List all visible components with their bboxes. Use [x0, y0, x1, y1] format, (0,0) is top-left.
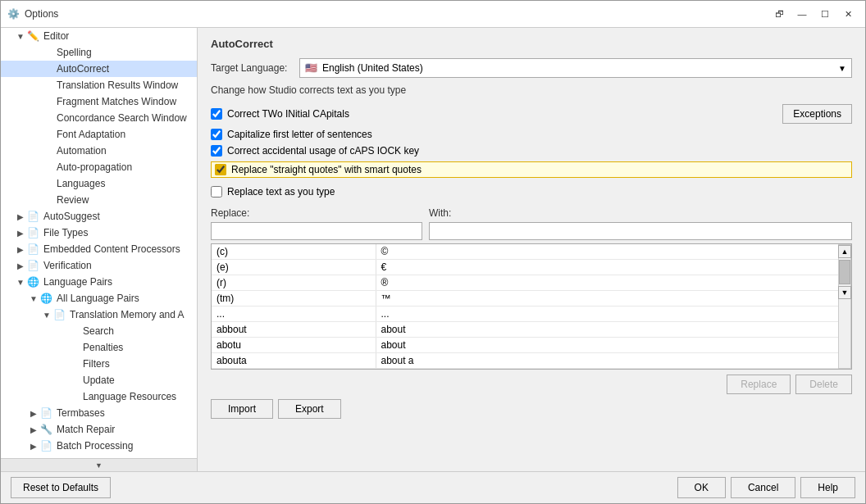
sidebar-item-penalties[interactable]: Penalties: [1, 339, 197, 356]
sidebar-item-automation[interactable]: Automation: [1, 143, 197, 159]
sidebar-item-label: Verification: [43, 260, 92, 271]
target-language-row: Target Language: 🇺🇸 English (United Stat…: [211, 58, 852, 78]
expander-icon: ▶: [14, 261, 27, 270]
batch-icon: 📄: [40, 440, 53, 452]
sidebar-scroll-down[interactable]: ▼: [1, 458, 197, 471]
sidebar-item-label: Auto-propagation: [57, 161, 132, 173]
replace-cell: abouta: [212, 353, 376, 369]
with-cell: €: [376, 260, 838, 275]
table-row[interactable]: abotuabout: [212, 338, 838, 353]
editor-icon: ✏️: [27, 30, 40, 42]
delete-button[interactable]: Delete: [795, 375, 852, 394]
table-row[interactable]: (r)®: [212, 275, 838, 291]
import-export-section: Import Export: [211, 399, 852, 419]
sidebar-item-label: Language Resources: [83, 391, 176, 402]
with-cell: about: [376, 322, 838, 338]
table-scrollbar[interactable]: ▲ ▼: [838, 244, 851, 369]
section-description: Change how Studio corrects text as you t…: [211, 84, 852, 96]
restore-button[interactable]: 🗗: [768, 6, 790, 22]
minimize-button[interactable]: —: [791, 6, 813, 22]
checkbox-row-capitalize: Capitalize first letter of sentences: [211, 129, 852, 140]
sidebar-item-termbases[interactable]: ▶ 📄 Termbases: [1, 405, 197, 421]
cancel-button[interactable]: Cancel: [731, 477, 795, 498]
sidebar-item-editor[interactable]: ▼ ✏️ Editor: [1, 28, 197, 44]
smart-quotes-checkbox[interactable]: [215, 164, 226, 175]
table-row[interactable]: ......: [212, 306, 838, 322]
sidebar-item-translation-results[interactable]: Translation Results Window: [1, 77, 197, 93]
sidebar-item-fragment-matches[interactable]: Fragment Matches Window: [1, 93, 197, 110]
target-language-dropdown[interactable]: 🇺🇸 English (United States) ▼: [299, 58, 852, 78]
sidebar-item-language-pairs[interactable]: ▼ 🌐 Language Pairs: [1, 274, 197, 290]
checkbox-row-caps-lock: Correct accidental usage of cAPS IOCK ke…: [211, 145, 852, 157]
sidebar-item-label: AutoCorrect: [57, 63, 109, 75]
help-button[interactable]: Help: [800, 477, 855, 498]
panel-title: AutoCorrect: [211, 38, 852, 50]
sidebar-item-label: Spelling: [57, 47, 92, 58]
sidebar-item-filters[interactable]: Filters: [1, 356, 197, 372]
with-input[interactable]: [429, 222, 852, 240]
replace-text-checkbox[interactable]: [211, 186, 222, 198]
sidebar-item-label: Batch Processing: [57, 440, 133, 452]
replace-table-scroll[interactable]: (c)©(e)€(r)®(tm)™......abboutaboutabotua…: [212, 244, 838, 369]
sidebar-item-languages[interactable]: Languages: [1, 175, 197, 192]
sidebar-item-batch-processing[interactable]: ▶ 📄 Batch Processing: [1, 438, 197, 454]
expander-icon: ▶: [27, 442, 40, 451]
sidebar-item-filetypes[interactable]: ▶ 📄 File Types: [1, 225, 197, 241]
sidebar-item-font[interactable]: Font Adaptation: [1, 126, 197, 143]
sidebar-item-label: Penalties: [83, 342, 123, 353]
sidebar-item-embedded[interactable]: ▶ 📄 Embedded Content Processors: [1, 241, 197, 257]
bottom-bar: Reset to Defaults OK Cancel Help: [1, 471, 865, 503]
export-button[interactable]: Export: [278, 399, 341, 419]
scroll-thumb[interactable]: [839, 260, 850, 284]
sidebar-item-autosuggest[interactable]: ▶ 📄 AutoSuggest: [1, 208, 197, 225]
expander-icon: ▼: [14, 278, 27, 287]
filetypes-icon: 📄: [27, 227, 40, 238]
sidebar-item-search[interactable]: Search: [1, 323, 197, 339]
sidebar-item-language-resources[interactable]: Language Resources: [1, 388, 197, 405]
replace-text-label: Replace text as you type: [227, 186, 335, 198]
correct-two-label: Correct TWo INitial CApitals: [227, 108, 349, 120]
sidebar-item-label: Embedded Content Processors: [43, 243, 180, 255]
with-cell: ©: [376, 244, 838, 260]
table-row[interactable]: (e)€: [212, 260, 838, 275]
scroll-up-btn[interactable]: ▲: [838, 245, 851, 258]
with-col-label: With:: [429, 207, 852, 219]
sidebar-scroll: ▼ ✏️ Editor Spelling AutoCorrect: [1, 28, 197, 458]
table-row[interactable]: (c)©: [212, 244, 838, 260]
import-button[interactable]: Import: [211, 399, 273, 419]
sidebar-item-verification[interactable]: ▶ 📄 Verification: [1, 257, 197, 274]
sidebar-item-autoprop[interactable]: Auto-propagation: [1, 159, 197, 175]
sidebar-item-label: Font Adaptation: [57, 129, 125, 140]
sidebar-item-concordance[interactable]: Concordance Search Window: [1, 110, 197, 126]
target-language-label: Target Language:: [211, 62, 293, 74]
sidebar-item-tm[interactable]: ▼ 📄 Translation Memory and A: [1, 306, 197, 323]
maximize-button[interactable]: ☐: [814, 6, 836, 22]
sidebar-item-autocorrect[interactable]: AutoCorrect: [1, 61, 197, 77]
expander-icon: ▶: [27, 425, 40, 434]
table-row[interactable]: aboutaabout a: [212, 353, 838, 369]
sidebar-item-label: Languages: [57, 178, 105, 189]
sidebar-item-all-language-pairs[interactable]: ▼ 🌐 All Language Pairs: [1, 290, 197, 306]
reset-defaults-button[interactable]: Reset to Defaults: [11, 477, 111, 498]
expander-icon: ▶: [14, 212, 27, 221]
caps-lock-checkbox[interactable]: [211, 145, 222, 157]
exceptions-button[interactable]: Exceptions: [782, 104, 852, 124]
sidebar-item-update[interactable]: Update: [1, 372, 197, 388]
scroll-down-btn[interactable]: ▼: [838, 286, 851, 299]
sidebar-item-match-repair[interactable]: ▶ 🔧 Match Repair: [1, 421, 197, 438]
with-cell: ®: [376, 275, 838, 291]
table-row[interactable]: abboutabout: [212, 322, 838, 338]
expander-icon: ▼: [14, 32, 27, 41]
replace-input[interactable]: [211, 222, 422, 240]
close-button[interactable]: ✕: [837, 6, 859, 22]
replace-cell: (r): [212, 275, 376, 291]
replace-cell: (tm): [212, 291, 376, 306]
sidebar-item-review[interactable]: Review: [1, 192, 197, 208]
correct-two-checkbox[interactable]: [211, 108, 222, 120]
capitalize-checkbox[interactable]: [211, 129, 222, 140]
ok-button[interactable]: OK: [677, 477, 726, 498]
sidebar-item-label: Match Repair: [57, 424, 115, 435]
table-row[interactable]: (tm)™: [212, 291, 838, 306]
replace-button[interactable]: Replace: [727, 375, 791, 394]
sidebar-item-spelling[interactable]: Spelling: [1, 44, 197, 61]
